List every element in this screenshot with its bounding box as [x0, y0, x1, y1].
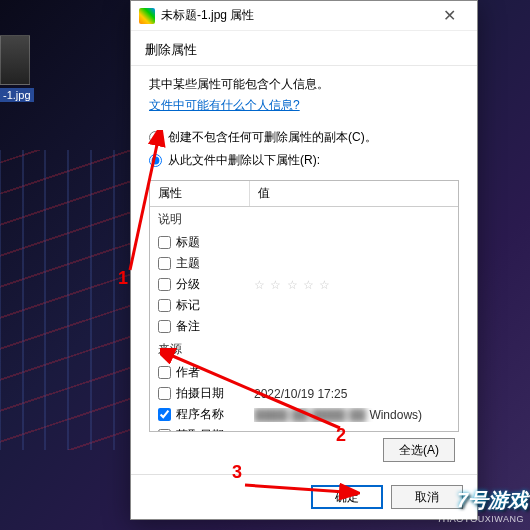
watermark-sub: 7HAOYOUXIWANG: [437, 514, 524, 524]
rating-stars: ☆ ☆ ☆ ☆ ☆: [254, 278, 450, 292]
watermark-main: 7号游戏: [457, 487, 528, 514]
annotation-1: 1: [118, 268, 128, 289]
radio-create-copy-label: 创建不包含任何可删除属性的副本(C)。: [168, 129, 377, 146]
properties-dialog: 未标题-1.jpg 属性 ✕ 删除属性 其中某些属性可能包含个人信息。 文件中可…: [130, 0, 478, 520]
cancel-button[interactable]: 取消: [391, 485, 463, 509]
radio-remove-props-label: 从此文件中删除以下属性(R):: [168, 152, 320, 169]
select-all-button[interactable]: 全选(A): [383, 438, 455, 462]
file-thumbnail-label: -1.jpg: [0, 88, 34, 102]
annotation-2: 2: [336, 425, 346, 446]
arrow-1-icon: [120, 130, 170, 280]
svg-line-2: [245, 485, 345, 492]
svg-line-0: [130, 140, 158, 270]
titlebar: 未标题-1.jpg 属性 ✕: [131, 1, 477, 31]
section-header: 删除属性: [131, 31, 477, 66]
checkbox-comments[interactable]: [158, 320, 171, 333]
properties-header: 属性 值: [150, 181, 458, 207]
prop-row-comments[interactable]: 备注: [150, 316, 458, 337]
prop-row-subject[interactable]: 主题: [150, 253, 458, 274]
arrow-2-icon: [160, 348, 350, 438]
file-type-icon: [139, 8, 155, 24]
arrow-3-icon: [240, 470, 360, 500]
close-button[interactable]: ✕: [429, 6, 469, 25]
radio-remove-props[interactable]: 从此文件中删除以下属性(R):: [149, 152, 459, 169]
column-value[interactable]: 值: [250, 181, 458, 206]
file-thumbnail[interactable]: [0, 35, 30, 85]
annotation-3: 3: [232, 462, 242, 483]
checkbox-tags[interactable]: [158, 299, 171, 312]
prop-row-title[interactable]: 标题: [150, 232, 458, 253]
info-text: 其中某些属性可能包含个人信息。: [149, 76, 459, 93]
svg-line-1: [168, 354, 340, 428]
info-link[interactable]: 文件中可能有什么个人信息?: [149, 97, 459, 114]
prop-row-tags[interactable]: 标记: [150, 295, 458, 316]
dialog-title: 未标题-1.jpg 属性: [161, 7, 429, 24]
radio-create-copy[interactable]: 创建不包含任何可删除属性的副本(C)。: [149, 129, 459, 146]
prop-row-rating[interactable]: 分级☆ ☆ ☆ ☆ ☆: [150, 274, 458, 295]
group-description: 说明: [150, 207, 458, 232]
